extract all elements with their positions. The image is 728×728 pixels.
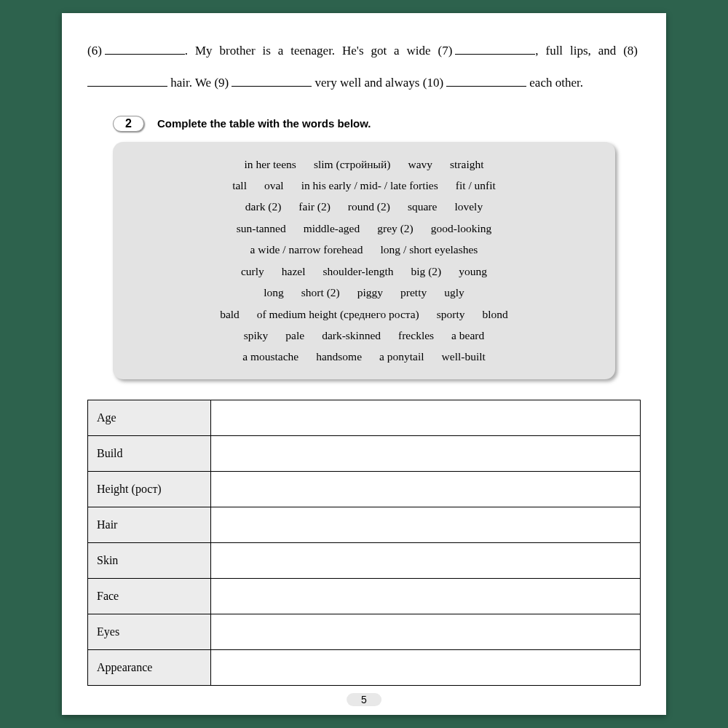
word-item: dark (2) xyxy=(245,196,282,217)
word-item: a wide / narrow forehead xyxy=(250,239,363,260)
word-item: shoulder-length xyxy=(323,261,394,282)
row-label: Appearance xyxy=(88,649,211,685)
row-label: Skin xyxy=(88,542,211,578)
text-8c: very well and always xyxy=(312,76,419,90)
text-7: . My brother is a teenager. He's got a w… xyxy=(185,44,452,58)
word-item: well-built xyxy=(442,346,486,367)
row-label: Height (рост) xyxy=(88,471,211,507)
category-table: AgeBuildHeight (рост)HairSkinFaceEyesApp… xyxy=(87,400,641,686)
word-item: a ponytail xyxy=(379,346,424,367)
row-input-cell[interactable] xyxy=(211,542,641,578)
row-input-cell[interactable] xyxy=(211,649,641,685)
text-comma: , xyxy=(535,44,538,58)
row-input-cell[interactable] xyxy=(211,435,641,471)
word-item: piggy xyxy=(357,282,383,303)
text-8b: hair. We (9) xyxy=(167,76,229,90)
table-row: Face xyxy=(88,578,641,614)
word-item: spiky xyxy=(244,325,269,346)
word-item: short (2) xyxy=(301,282,340,303)
blank-8[interactable] xyxy=(87,76,167,87)
row-input-cell[interactable] xyxy=(211,400,641,435)
row-input-cell[interactable] xyxy=(211,507,641,542)
word-item: hazel xyxy=(282,261,306,282)
word-item: of medium height (среднего роста) xyxy=(257,304,419,325)
row-input-cell[interactable] xyxy=(211,471,641,507)
row-input-cell[interactable] xyxy=(211,614,641,649)
word-item: square xyxy=(408,196,437,217)
table-body: AgeBuildHeight (рост)HairSkinFaceEyesApp… xyxy=(88,400,641,685)
word-item: in her teens xyxy=(244,154,296,175)
word-item: round (2) xyxy=(348,196,390,217)
table-row: Eyes xyxy=(88,614,641,649)
word-item: good-looking xyxy=(431,218,492,239)
blank-10[interactable] xyxy=(446,76,526,87)
row-label: Eyes xyxy=(88,614,211,649)
word-item: freckles xyxy=(398,325,434,346)
text-6: (6) xyxy=(87,44,102,58)
blank-9[interactable] xyxy=(232,76,312,87)
word-item: straight xyxy=(450,154,484,175)
word-item: in his early / mid- / late forties xyxy=(301,175,438,196)
word-item: fit / unfit xyxy=(456,175,496,196)
word-item: lovely xyxy=(454,196,483,217)
worksheet-page: (6). My brother is a teenager. He's got … xyxy=(62,13,666,715)
word-item: pale xyxy=(285,325,304,346)
table-row: Height (рост) xyxy=(88,471,641,507)
word-item: sporty xyxy=(437,304,465,325)
word-item: tall xyxy=(232,175,247,196)
blank-6[interactable] xyxy=(105,44,185,55)
exercise-number: 2 xyxy=(113,116,144,132)
word-item: long xyxy=(264,282,284,303)
word-item: grey (2) xyxy=(377,218,414,239)
word-item: handsome xyxy=(316,346,362,367)
word-item: wavy xyxy=(408,154,432,175)
word-item: young xyxy=(459,261,487,282)
table-row: Appearance xyxy=(88,649,641,685)
table-row: Skin xyxy=(88,542,641,578)
word-item: fair (2) xyxy=(298,196,330,217)
row-input-cell[interactable] xyxy=(211,578,641,614)
word-item: ugly xyxy=(444,282,464,303)
word-item: dark-skinned xyxy=(322,325,381,346)
blank-7[interactable] xyxy=(455,44,535,55)
table-row: Build xyxy=(88,435,641,471)
word-item: curly xyxy=(241,261,264,282)
word-item: bald xyxy=(220,304,240,325)
word-item: middle-aged xyxy=(304,218,360,239)
word-item: sun-tanned xyxy=(237,218,286,239)
word-item: pretty xyxy=(400,282,427,303)
page-number: 5 xyxy=(347,693,381,706)
text-10a: (10) xyxy=(423,76,443,90)
exercise-instruction: Complete the table with the words below. xyxy=(157,117,371,130)
word-item: oval xyxy=(264,175,284,196)
text-8a: full lips, and (8) xyxy=(545,44,638,58)
fill-in-paragraph: (6). My brother is a teenager. He's got … xyxy=(87,35,641,99)
exercise-header: 2 Complete the table with the words belo… xyxy=(113,116,641,132)
word-item: a beard xyxy=(451,325,484,346)
table-row: Age xyxy=(88,400,641,435)
row-label: Hair xyxy=(88,507,211,542)
word-bank: in her teensslim (стройный)wavystraightt… xyxy=(113,142,615,379)
table-row: Hair xyxy=(88,507,641,542)
row-label: Build xyxy=(88,435,211,471)
text-10b: each other. xyxy=(526,76,583,90)
word-item: blond xyxy=(483,304,508,325)
row-label: Age xyxy=(88,400,211,435)
row-label: Face xyxy=(88,578,211,614)
word-item: long / short eyelashes xyxy=(381,239,478,260)
word-item: slim (стройный) xyxy=(314,154,391,175)
word-item: a moustache xyxy=(242,346,298,367)
word-item: big (2) xyxy=(411,261,442,282)
